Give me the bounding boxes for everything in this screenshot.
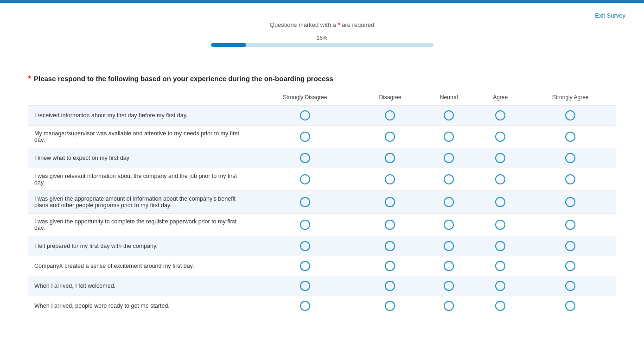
row-label: I was given the opportunity to complete …	[28, 214, 251, 236]
exit-survey-link[interactable]: Exit Survey	[595, 12, 625, 19]
radio-button[interactable]	[385, 241, 395, 251]
row-label: I felt prepared for my first day with th…	[28, 236, 251, 256]
radio-button[interactable]	[495, 261, 505, 271]
radio-button[interactable]	[444, 197, 454, 207]
radio-button[interactable]	[495, 301, 505, 311]
radio-button[interactable]	[385, 220, 395, 230]
radio-button[interactable]	[495, 132, 505, 142]
radio-button[interactable]	[444, 174, 454, 184]
header-col-1: Strongly Disagree	[251, 91, 358, 106]
radio-button[interactable]	[300, 301, 310, 311]
row-label: I received information about my first da…	[28, 106, 251, 126]
radio-button[interactable]	[565, 153, 575, 163]
radio-button[interactable]	[385, 261, 395, 271]
header-section: Questions marked with a * are required 1…	[28, 12, 616, 61]
radio-cell	[358, 296, 421, 316]
radio-button[interactable]	[495, 220, 505, 230]
radio-button[interactable]	[495, 174, 505, 184]
question-title: * Please respond to the following based …	[28, 75, 616, 83]
required-text-before: Questions marked with a	[270, 21, 338, 28]
radio-button[interactable]	[385, 197, 395, 207]
radio-cell	[524, 148, 616, 168]
radio-button[interactable]	[444, 301, 454, 311]
page-container: Exit Survey Questions marked with a * ar…	[0, 3, 644, 342]
radio-button[interactable]	[300, 261, 310, 271]
radio-button[interactable]	[444, 220, 454, 230]
radio-button[interactable]	[300, 110, 310, 120]
radio-cell	[476, 214, 524, 236]
radio-button[interactable]	[495, 197, 505, 207]
radio-cell	[251, 256, 358, 276]
radio-button[interactable]	[300, 174, 310, 184]
table-row: CompanyX created a sense of excitement a…	[28, 256, 616, 276]
radio-button[interactable]	[385, 132, 395, 142]
matrix-header: Strongly Disagree Disagree Neutral Agree…	[28, 91, 616, 106]
radio-cell	[524, 256, 616, 276]
required-text: Questions marked with a * are required	[28, 21, 616, 28]
row-label: My manager/supervisor was available and …	[28, 126, 251, 148]
radio-button[interactable]	[565, 220, 575, 230]
radio-button[interactable]	[495, 241, 505, 251]
radio-button[interactable]	[385, 281, 395, 291]
radio-cell	[524, 214, 616, 236]
radio-cell	[524, 236, 616, 256]
radio-cell	[358, 106, 421, 126]
radio-button[interactable]	[565, 174, 575, 184]
radio-button[interactable]	[300, 220, 310, 230]
radio-cell	[422, 296, 477, 316]
table-row: My manager/supervisor was available and …	[28, 126, 616, 148]
radio-button[interactable]	[495, 153, 505, 163]
radio-button[interactable]	[495, 110, 505, 120]
radio-button[interactable]	[385, 301, 395, 311]
required-text-after: are required	[340, 21, 375, 28]
radio-cell	[524, 191, 616, 214]
table-row: I was given the opportunity to complete …	[28, 214, 616, 236]
header-col-4: Agree	[476, 91, 524, 106]
row-label: When I arrived, I felt welcomed.	[28, 276, 251, 296]
radio-button[interactable]	[300, 132, 310, 142]
radio-cell	[358, 214, 421, 236]
radio-button[interactable]	[565, 110, 575, 120]
radio-cell	[422, 126, 477, 148]
radio-button[interactable]	[300, 241, 310, 251]
radio-cell	[358, 191, 421, 214]
radio-cell	[422, 168, 477, 191]
radio-button[interactable]	[495, 281, 505, 291]
radio-button[interactable]	[444, 241, 454, 251]
radio-button[interactable]	[444, 281, 454, 291]
radio-cell	[524, 126, 616, 148]
radio-button[interactable]	[565, 261, 575, 271]
radio-cell	[476, 191, 524, 214]
radio-cell	[358, 256, 421, 276]
radio-button[interactable]	[444, 110, 454, 120]
radio-button[interactable]	[444, 153, 454, 163]
radio-cell	[251, 168, 358, 191]
radio-cell	[476, 236, 524, 256]
radio-button[interactable]	[385, 153, 395, 163]
radio-cell	[422, 214, 477, 236]
radio-cell	[251, 191, 358, 214]
question-title-text: Please respond to the following based on…	[34, 75, 333, 82]
header-row-label	[28, 91, 251, 106]
radio-button[interactable]	[444, 261, 454, 271]
radio-button[interactable]	[444, 132, 454, 142]
radio-cell	[422, 276, 477, 296]
matrix-table: Strongly Disagree Disagree Neutral Agree…	[28, 91, 616, 316]
radio-button[interactable]	[565, 281, 575, 291]
radio-button[interactable]	[300, 197, 310, 207]
progress-bar-fill	[211, 43, 247, 47]
radio-button[interactable]	[565, 197, 575, 207]
radio-button[interactable]	[385, 110, 395, 120]
radio-button[interactable]	[385, 174, 395, 184]
radio-button[interactable]	[565, 132, 575, 142]
radio-cell	[358, 168, 421, 191]
header-col-5: Strongly Agree	[524, 91, 616, 106]
radio-cell	[251, 148, 358, 168]
radio-button[interactable]	[565, 241, 575, 251]
radio-cell	[422, 191, 477, 214]
table-row: I knew what to expect on my first day	[28, 148, 616, 168]
radio-button[interactable]	[300, 281, 310, 291]
radio-cell	[251, 126, 358, 148]
radio-button[interactable]	[300, 153, 310, 163]
radio-button[interactable]	[565, 301, 575, 311]
